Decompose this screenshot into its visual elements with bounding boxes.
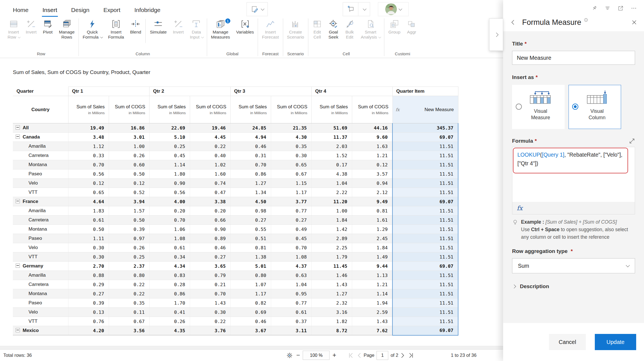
collapse-icon[interactable] xyxy=(16,125,20,130)
row-label[interactable]: Paseo xyxy=(13,298,68,308)
value-cell[interactable]: 0.80 xyxy=(109,271,149,280)
value-cell[interactable]: 0.28 xyxy=(149,280,190,289)
value-cell[interactable]: 1.63 xyxy=(352,142,392,151)
value-cell[interactable]: 0.17 xyxy=(311,160,352,169)
row-label[interactable]: Montana xyxy=(13,289,68,298)
value-cell[interactable]: 19.49 xyxy=(68,123,109,133)
row-label[interactable]: VTT xyxy=(13,252,68,262)
row-label[interactable]: Amarilla xyxy=(13,206,68,216)
value-cell[interactable]: 0.86 xyxy=(149,289,190,298)
value-cell[interactable]: 11.37 xyxy=(311,133,352,142)
value-cell[interactable]: 0.35 xyxy=(109,298,149,308)
previous-page-button[interactable] xyxy=(356,352,363,359)
value-cell[interactable]: 3.56 xyxy=(109,326,149,335)
collapse-icon[interactable] xyxy=(16,328,20,332)
value-cell[interactable]: 0.86 xyxy=(230,169,271,179)
pin-icon[interactable] xyxy=(591,5,597,11)
value-cell[interactable]: 0.79 xyxy=(190,271,230,280)
value-cell[interactable]: 0.70 xyxy=(271,243,311,252)
corner-header[interactable]: Quarter xyxy=(13,87,68,96)
value-cell[interactable]: 0.26 xyxy=(149,317,190,326)
value-cell[interactable]: 0.95 xyxy=(271,289,311,298)
value-cell[interactable]: 0.40 xyxy=(190,151,230,160)
ribbon-button-manage-rows[interactable]: ManageRows xyxy=(56,18,78,40)
value-cell[interactable]: 1.15 xyxy=(271,179,311,188)
value-cell[interactable]: 0.34 xyxy=(149,252,190,262)
value-cell[interactable]: 9.44 xyxy=(352,262,392,271)
row-label[interactable]: Carretera xyxy=(13,280,68,289)
value-cell[interactable]: 0.30 xyxy=(68,252,109,262)
value-cell[interactable]: 0.29 xyxy=(68,280,109,289)
value-cell[interactable]: 1.14 xyxy=(149,160,190,169)
value-cell[interactable]: 21.35 xyxy=(271,123,311,133)
value-cell[interactable]: 3.38 xyxy=(190,197,230,206)
radio-visual-measure[interactable] xyxy=(516,104,522,110)
ribbon-button-manage-measures[interactable]: 1ManageMeasures xyxy=(208,18,233,40)
row-label[interactable]: Paseo xyxy=(13,169,68,179)
row-label[interactable]: Velo xyxy=(13,308,68,317)
value-cell[interactable]: 0.65 xyxy=(68,188,109,197)
value-cell[interactable]: 1.02 xyxy=(190,160,230,169)
value-cell[interactable]: 3.67 xyxy=(230,326,271,335)
value-cell[interactable]: 1.80 xyxy=(149,169,190,179)
value-cell[interactable]: 0.50 xyxy=(109,216,149,225)
fx-button[interactable]: fx xyxy=(517,205,523,212)
country-header[interactable]: Country xyxy=(13,96,68,123)
option-visual-column[interactable]: VisualColumn xyxy=(569,85,621,129)
value-cell[interactable]: 1.21 xyxy=(352,280,392,289)
ribbon-button-simulate[interactable]: Simulate xyxy=(147,18,170,35)
value-cell[interactable]: 0.69 xyxy=(230,308,271,317)
value-cell[interactable]: 1.42 xyxy=(311,225,352,234)
value-cell[interactable]: 4.64 xyxy=(68,197,109,206)
value-cell[interactable]: 3.01 xyxy=(109,133,149,142)
measure-header[interactable]: Sum of COGSin Millions xyxy=(190,96,230,123)
value-cell[interactable]: 24.85 xyxy=(230,123,271,133)
value-cell[interactable]: 0.56 xyxy=(68,169,109,179)
value-cell[interactable]: 0.55 xyxy=(230,225,271,234)
value-cell[interactable]: 0.63 xyxy=(271,271,311,280)
value-cell[interactable]: 0.77 xyxy=(271,206,311,216)
value-cell[interactable]: 4.94 xyxy=(230,133,271,142)
value-cell[interactable]: 9.60 xyxy=(352,133,392,142)
measure-header[interactable]: Sum of COGSin Millions xyxy=(271,96,311,123)
new-measure-header[interactable]: fxNew Measure xyxy=(392,96,458,123)
value-cell[interactable]: 1.79 xyxy=(311,252,352,262)
quarter-header[interactable]: Qtr 4 xyxy=(311,87,392,96)
value-cell[interactable]: 0.30 xyxy=(271,151,311,160)
ribbon-button-bulk-edit[interactable]: BulkEdit xyxy=(342,18,358,40)
value-cell[interactable]: 0.39 xyxy=(109,225,149,234)
value-cell[interactable]: 1.21 xyxy=(352,151,392,160)
value-cell[interactable]: 0.26 xyxy=(109,151,149,160)
value-cell[interactable]: 1.43 xyxy=(311,280,352,289)
value-cell[interactable]: 0.90 xyxy=(190,225,230,234)
value-cell[interactable]: 1.04 xyxy=(311,179,352,188)
zoom-out-button[interactable]: − xyxy=(296,352,300,359)
value-cell[interactable]: 3.76 xyxy=(190,326,230,335)
value-cell[interactable]: 1.00 xyxy=(311,206,352,216)
ribbon-button-pivot[interactable]: Pivot xyxy=(40,18,56,35)
measure-header[interactable]: Sum of Salesin Millions xyxy=(311,96,352,123)
new-measure-cell[interactable]: 11.51 xyxy=(392,169,458,179)
next-page-button[interactable] xyxy=(399,352,406,359)
new-measure-cell[interactable]: 11.51 xyxy=(392,142,458,151)
value-cell[interactable]: 0.81 xyxy=(352,206,392,216)
value-cell[interactable]: 5.10 xyxy=(149,133,190,142)
value-cell[interactable]: 0.22 xyxy=(109,280,149,289)
value-cell[interactable]: 9.49 xyxy=(352,197,392,206)
new-measure-cell[interactable]: 69.07 xyxy=(392,326,458,335)
row-label[interactable]: France xyxy=(13,197,68,206)
value-cell[interactable]: 0.65 xyxy=(271,160,311,169)
horizontal-scrollbar[interactable] xyxy=(0,346,503,349)
value-cell[interactable]: 3.65 xyxy=(190,262,230,271)
value-cell[interactable]: 16.86 xyxy=(109,123,149,133)
value-cell[interactable]: 0.66 xyxy=(190,216,230,225)
ribbon-button-aggr[interactable]: Aggr xyxy=(404,18,420,35)
value-cell[interactable]: 4.35 xyxy=(149,326,190,335)
value-cell[interactable]: 0.27 xyxy=(230,216,271,225)
value-cell[interactable]: 0.31 xyxy=(230,151,271,160)
quarter-item-header[interactable]: Quarter Item xyxy=(392,87,458,96)
value-cell[interactable]: 0.50 xyxy=(109,169,149,179)
menu-tab-home[interactable]: Home xyxy=(12,5,29,17)
value-cell[interactable]: 2.12 xyxy=(352,188,392,197)
value-cell[interactable]: 0.20 xyxy=(149,206,190,216)
